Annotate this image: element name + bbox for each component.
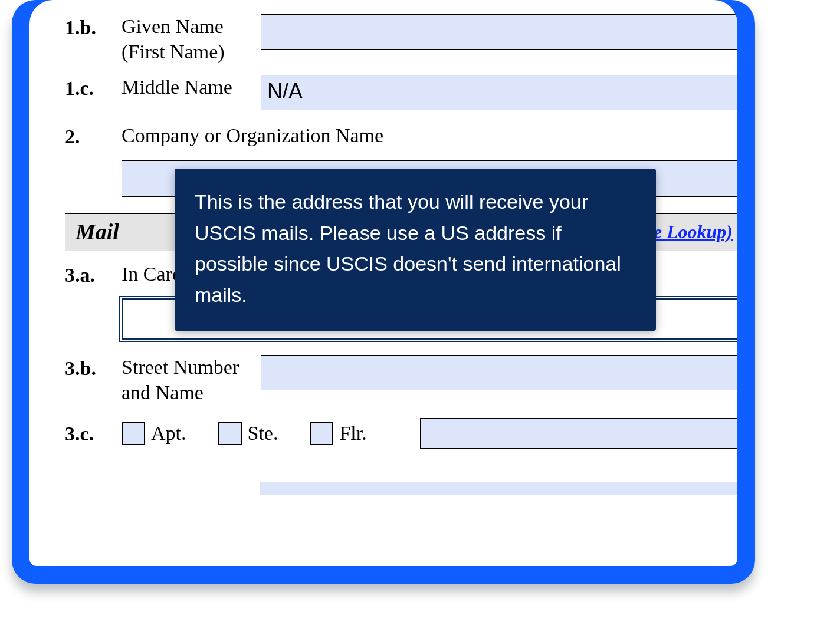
checkbox-ste[interactable] [218,422,242,445]
field-number-3b: 3.b. [65,355,122,381]
label-flr: Flr. [339,422,366,445]
row-partial-next [260,482,737,495]
tooltip-text: This is the address that you will receiv… [195,190,621,306]
field-number-3c: 3.c. [65,420,122,447]
field-number-2: 2. [65,123,122,150]
label-ste: Ste. [248,422,278,445]
field-number-1c: 1.c. [65,75,122,101]
viewer-frame: 1.b. Given Name (First Name) 1.c. Middle… [12,0,755,584]
field-number-3a: 3.a. [65,262,122,288]
field-label-street: Street Number and Name [122,355,261,405]
row-given-name: 1.b. Given Name (First Name) [65,14,737,64]
input-unit-number[interactable] [420,418,737,449]
input-given-name[interactable] [261,14,737,50]
form-page: 1.b. Given Name (First Name) 1.c. Middle… [29,0,737,566]
option-apt: Apt. [122,422,186,445]
unit-type-options: Apt. Ste. Flr. [122,422,385,445]
input-middle-name[interactable]: N/A [261,75,737,110]
label-apt: Apt. [151,422,186,445]
row-street: 3.b. Street Number and Name [65,355,737,405]
checkbox-flr[interactable] [310,422,333,445]
field-label-middle-name: Middle Name [122,75,261,100]
field-number-1b: 1.b. [65,14,122,41]
row-unit-type: 3.c. Apt. Ste. Flr. [65,418,737,449]
form-content: 1.b. Given Name (First Name) 1.c. Middle… [65,14,737,566]
row-middle-name: 1.c. Middle Name N/A [65,75,737,110]
checkbox-apt[interactable] [122,422,145,445]
option-ste: Ste. [218,422,278,445]
input-street[interactable] [261,355,737,390]
field-label-given-name: Given Name (First Name) [122,14,261,64]
row-company: 2. Company or Organization Name [65,123,737,150]
tooltip-mailing-address: This is the address that you will receiv… [175,169,656,331]
input-partial-next[interactable] [260,482,737,495]
section-title-mailing: Mail [76,219,119,244]
option-flr: Flr. [310,422,366,445]
field-label-company: Company or Organization Name [122,123,737,149]
